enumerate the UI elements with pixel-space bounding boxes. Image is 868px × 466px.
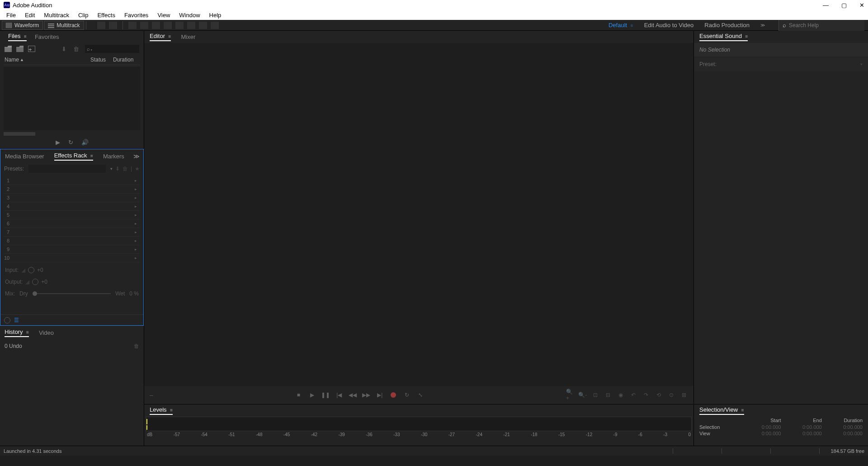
scrollbar-thumb[interactable] xyxy=(4,132,35,136)
power-button[interactable] xyxy=(4,317,10,323)
stop-button[interactable]: ■ xyxy=(294,391,302,399)
waveform-view-button[interactable]: Waveform xyxy=(2,21,43,30)
tab-selection-view[interactable]: Selection/View ≡ xyxy=(699,406,744,415)
menu-help[interactable]: Help xyxy=(205,11,226,19)
menu-clip[interactable]: Clip xyxy=(74,11,93,19)
tab-video[interactable]: Video xyxy=(39,329,54,336)
effect-slot[interactable]: 4▸ xyxy=(4,202,140,211)
view-end[interactable]: 0:00.000 xyxy=(781,431,822,436)
record-button[interactable] xyxy=(389,391,397,399)
effect-slot[interactable]: 9▸ xyxy=(4,245,140,254)
pause-button[interactable]: ❚❚ xyxy=(321,391,330,399)
column-duration[interactable]: Duration xyxy=(113,57,139,63)
slot-menu-icon[interactable]: ▸ xyxy=(135,204,137,209)
panel-menu-icon[interactable]: ≡ xyxy=(745,34,748,39)
panel-menu-icon[interactable]: ≡ xyxy=(170,408,173,413)
effect-slot[interactable]: 1▸ xyxy=(4,176,140,185)
column-status[interactable]: Status xyxy=(90,57,113,63)
play-button[interactable]: ▶ xyxy=(308,391,316,399)
slot-menu-icon[interactable]: ▸ xyxy=(135,238,137,243)
workspace-edit-audio[interactable]: Edit Audio to Video xyxy=(644,22,694,29)
levels-meter[interactable] xyxy=(146,417,692,431)
slot-menu-icon[interactable]: ▸ xyxy=(135,256,137,260)
workspace-default[interactable]: Default ≡ xyxy=(609,22,633,29)
selection-end[interactable]: 0:00.000 xyxy=(781,424,822,430)
tab-history[interactable]: History ≡ xyxy=(5,328,29,337)
move-tool-icon[interactable] xyxy=(128,22,137,29)
zoom-reset-icon[interactable]: ⊙ xyxy=(667,391,675,399)
menu-window[interactable]: Window xyxy=(175,11,204,19)
open-file-icon[interactable] xyxy=(5,46,12,52)
tab-files[interactable]: Files ≡ xyxy=(8,33,27,41)
effect-slot[interactable]: 3▸ xyxy=(4,194,140,202)
minimize-button[interactable]: — xyxy=(823,2,829,9)
input-knob[interactable] xyxy=(28,267,34,273)
skip-selection-button[interactable]: ⤡ xyxy=(416,391,425,399)
multitrack-view-button[interactable]: Multitrack xyxy=(44,21,84,30)
effect-slot[interactable]: 2▸ xyxy=(4,185,140,194)
mix-slider-thumb[interactable] xyxy=(33,291,37,296)
tab-markers[interactable]: Markers xyxy=(103,153,124,160)
slot-menu-icon[interactable]: ▸ xyxy=(135,178,137,183)
marquee-tool-icon[interactable] xyxy=(175,22,184,29)
clear-history-icon[interactable]: 🗑 xyxy=(134,343,139,349)
zoom-in-point-icon[interactable]: ↶ xyxy=(629,391,637,399)
new-file-icon[interactable]: + xyxy=(28,46,35,52)
healing-tool-icon[interactable] xyxy=(211,22,219,29)
panel-menu-icon[interactable]: ≡ xyxy=(169,34,171,39)
view-duration[interactable]: 0:00.000 xyxy=(822,431,863,436)
loop-preview-icon[interactable]: ↻ xyxy=(68,139,73,146)
menu-file[interactable]: File xyxy=(2,11,20,19)
save-icon[interactable]: ⬇ xyxy=(61,46,69,52)
tab-levels[interactable]: Levels ≡ xyxy=(150,406,173,415)
slot-menu-icon[interactable]: ▸ xyxy=(135,247,137,252)
column-name[interactable]: Name ▲ xyxy=(5,57,90,63)
rewind-button[interactable]: ◀◀ xyxy=(349,391,357,399)
zoom-out-icon[interactable]: 🔍- xyxy=(579,391,587,399)
slot-menu-icon[interactable]: ▸ xyxy=(135,195,137,200)
zoom-nav-icon[interactable]: ⊞ xyxy=(680,391,688,399)
razor-tool-icon[interactable] xyxy=(140,22,148,29)
import-icon[interactable] xyxy=(16,46,24,52)
fastforward-button[interactable]: ▶▶ xyxy=(362,391,370,399)
editor-canvas[interactable] xyxy=(144,43,693,386)
play-preview-icon[interactable]: ▶ xyxy=(56,139,60,146)
presets-dropdown[interactable] xyxy=(28,165,106,173)
tab-favorites[interactable]: Favorites xyxy=(35,33,59,40)
zoom-in-time-icon[interactable]: ◉ xyxy=(617,391,625,399)
workspace-more-icon[interactable]: ≫ xyxy=(760,23,765,28)
selection-duration[interactable]: 0:00.000 xyxy=(822,424,863,430)
tab-essential-sound[interactable]: Essential Sound ≡ xyxy=(699,33,748,41)
tab-mixer[interactable]: Mixer xyxy=(181,33,195,40)
maximize-button[interactable]: ▢ xyxy=(841,2,847,9)
panel-menu-icon[interactable]: ≡ xyxy=(90,153,93,158)
menu-effects[interactable]: Effects xyxy=(93,11,120,19)
slot-menu-icon[interactable]: ▸ xyxy=(135,230,137,234)
effect-slot[interactable]: 7▸ xyxy=(4,228,140,237)
workspace-radio[interactable]: Radio Production xyxy=(704,22,750,29)
lasso-tool-icon[interactable] xyxy=(187,22,195,29)
slot-menu-icon[interactable]: ▸ xyxy=(135,213,137,217)
spectral-tool-icon[interactable] xyxy=(109,22,117,29)
time-select-tool-icon[interactable] xyxy=(164,22,172,29)
view-start[interactable]: 0:00.000 xyxy=(740,431,781,436)
tab-editor[interactable]: Editor ≡ xyxy=(150,33,171,41)
loop-button[interactable]: ↻ xyxy=(403,391,411,399)
autoplay-icon[interactable]: 🔊 xyxy=(81,139,89,146)
effect-slot[interactable]: 6▸ xyxy=(4,219,140,228)
menu-view[interactable]: View xyxy=(153,11,175,19)
list-view-icon[interactable]: ☰ xyxy=(14,317,19,323)
files-list[interactable] xyxy=(4,67,140,130)
menu-multitrack[interactable]: Multitrack xyxy=(39,11,74,19)
zoom-full-icon[interactable]: ⊡ xyxy=(591,391,599,399)
delete-preset-icon[interactable]: 🗑 xyxy=(123,166,128,172)
slot-menu-icon[interactable]: ▸ xyxy=(135,221,137,226)
close-button[interactable]: ✕ xyxy=(859,2,864,9)
forward-end-button[interactable]: ▶| xyxy=(376,391,384,399)
brush-tool-icon[interactable] xyxy=(199,22,207,29)
tab-media-browser[interactable]: Media Browser xyxy=(5,153,44,160)
zoom-in-icon[interactable]: 🔍+ xyxy=(566,391,574,399)
zoom-toggle-icon[interactable]: ⟲ xyxy=(655,391,663,399)
zoom-selection-icon[interactable]: ⊟ xyxy=(604,391,612,399)
selection-start[interactable]: 0:00.000 xyxy=(740,424,781,430)
